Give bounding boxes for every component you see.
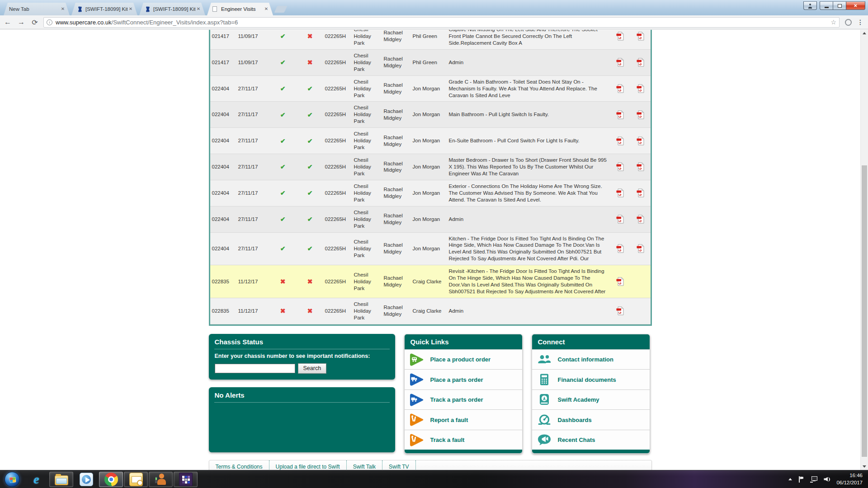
taskbar-app-button[interactable] [24, 472, 48, 487]
tab-close-icon[interactable] [60, 6, 66, 12]
tab-favicon-icon [77, 6, 83, 12]
quick-link-arrow-icon [409, 432, 425, 448]
action-center-flag-icon[interactable] [798, 476, 804, 483]
back-button[interactable]: ← [2, 17, 14, 28]
browser-menu-icon[interactable]: ⋮ [856, 19, 864, 26]
footer-link[interactable]: Swift TV [382, 460, 415, 470]
taskbar-app-button[interactable] [124, 472, 148, 487]
connect-item[interactable]: Recent Chats [532, 430, 650, 450]
park-cell: Chesil Holiday Park [352, 75, 382, 102]
connect-item-icon [536, 352, 552, 368]
taskbar-app-button[interactable] [99, 472, 123, 487]
pdf-cell [630, 102, 651, 128]
pdf-invoice-icon[interactable] [637, 245, 644, 251]
quick-link-item[interactable]: Report a fault [405, 409, 522, 430]
quick-link-item[interactable]: Place a parts order [405, 369, 522, 389]
pdf-cell [610, 298, 630, 324]
scrollbar-up-arrow[interactable] [861, 30, 868, 37]
pdf-report-icon[interactable] [616, 278, 624, 284]
contact-cell: Rachael Midgley [382, 154, 411, 180]
pdf-report-icon[interactable] [616, 190, 624, 195]
pdf-cell [630, 49, 651, 75]
pdf-invoice-icon[interactable] [637, 138, 644, 143]
minimize-button[interactable] [820, 1, 833, 10]
pdf-report-icon[interactable] [616, 164, 624, 169]
scrollbar-down-arrow[interactable] [861, 463, 868, 470]
panel-footer-bar [532, 450, 650, 453]
connect-item[interactable]: Swift Academy [532, 389, 650, 410]
chassis-cell: 022265H [323, 265, 352, 298]
pdf-report-icon[interactable] [616, 33, 624, 38]
engineer-cell: Craig Clarke [411, 298, 447, 324]
pdf-report-icon[interactable] [616, 85, 624, 91]
report-status-icon: ✖ [307, 59, 313, 66]
pdf-report-icon[interactable] [616, 59, 624, 65]
close-button[interactable] [846, 1, 865, 10]
pdf-invoice-icon[interactable] [637, 33, 644, 38]
pdf-report-icon[interactable] [616, 245, 624, 251]
pdf-invoice-icon[interactable] [637, 216, 644, 221]
extension-icon[interactable] [845, 19, 852, 26]
scrollbar-thumb[interactable] [862, 165, 867, 457]
tab-close-icon[interactable] [127, 6, 134, 12]
engineer-cell: Phil Green [411, 49, 447, 75]
pdf-report-icon[interactable] [616, 308, 624, 313]
forward-button[interactable]: → [15, 17, 27, 28]
pdf-invoice-icon[interactable] [637, 190, 644, 195]
quick-link-item[interactable]: Place a product order [405, 349, 522, 370]
table-row: 022404 27/11/17 ✔ ✔ 022265H Chesil Holid… [210, 154, 651, 180]
start-button[interactable] [5, 472, 20, 487]
footer-link[interactable]: Upload a file direct to Swift [269, 460, 347, 470]
contact-cell: Rachael Midgley [382, 265, 411, 298]
browser-tab[interactable]: New Tab [4, 3, 70, 15]
browser-tab[interactable]: [SWIFT-18099] Kitchen - [71, 3, 137, 15]
search-button[interactable]: Search [298, 363, 327, 374]
connect-item-label: Dashboards [558, 417, 592, 423]
pdf-report-icon[interactable] [616, 138, 624, 143]
profile-button[interactable] [803, 1, 817, 10]
volume-icon[interactable] [824, 476, 831, 483]
pdf-invoice-icon[interactable] [637, 85, 644, 91]
pdf-invoice-icon[interactable] [637, 164, 644, 169]
chassis-status-panel: Chassis Status Enter your chassis number… [209, 334, 395, 380]
address-bar[interactable]: i www.supercare.co.uk/SwiftConnect/Engin… [43, 17, 840, 28]
taskbar-app-button[interactable] [174, 472, 198, 487]
site-info-icon[interactable]: i [47, 19, 52, 25]
maximize-button[interactable] [833, 1, 846, 10]
quick-link-item[interactable]: Track a fault [405, 430, 522, 450]
connect-item-icon [536, 432, 552, 448]
browser-tab[interactable]: [SWIFT-18099] Kitchen - [139, 3, 205, 15]
pdf-cell [630, 265, 651, 298]
connect-item[interactable]: Financial documents [532, 369, 650, 389]
browser-tab[interactable]: Engineer Visits [207, 3, 273, 15]
windows-logo-icon [9, 477, 16, 483]
quick-link-item[interactable]: Track a parts order [405, 389, 522, 410]
footer-link[interactable]: Swift Talk [347, 460, 382, 470]
taskbar-app-icon [80, 473, 93, 486]
network-icon[interactable] [810, 476, 817, 483]
taskbar-app-button[interactable] [149, 472, 173, 487]
tab-close-icon[interactable] [195, 6, 202, 12]
pdf-invoice-icon[interactable] [637, 112, 644, 117]
pdf-report-icon[interactable] [616, 112, 624, 117]
contact-cell: Rachael Midgley [382, 75, 411, 102]
quick-link-arrow-icon [409, 392, 425, 408]
pdf-report-icon[interactable] [616, 216, 624, 221]
connect-item-icon [536, 412, 552, 428]
page-scrollbar[interactable] [860, 30, 868, 470]
tray-expand-icon[interactable] [788, 478, 792, 480]
pdf-invoice-icon[interactable] [637, 59, 644, 65]
taskbar-app-button[interactable] [49, 472, 73, 487]
new-tab-button[interactable] [274, 6, 288, 13]
connect-item[interactable]: Dashboards [532, 409, 650, 430]
bookmark-star-icon[interactable]: ☆ [830, 19, 836, 26]
taskbar-app-button[interactable] [74, 472, 98, 487]
reload-button[interactable]: ⟳ [29, 17, 41, 28]
chassis-number-input[interactable] [215, 364, 295, 373]
connect-item[interactable]: Contact information [532, 349, 650, 370]
footer-link[interactable]: Terms & Conditions [209, 460, 269, 470]
tab-close-icon[interactable] [263, 6, 269, 12]
visit-status-icon: ✔ [280, 245, 286, 252]
report-status-icon: ✔ [307, 216, 313, 223]
clock[interactable]: 16:46 06/12/2017 [836, 472, 863, 486]
